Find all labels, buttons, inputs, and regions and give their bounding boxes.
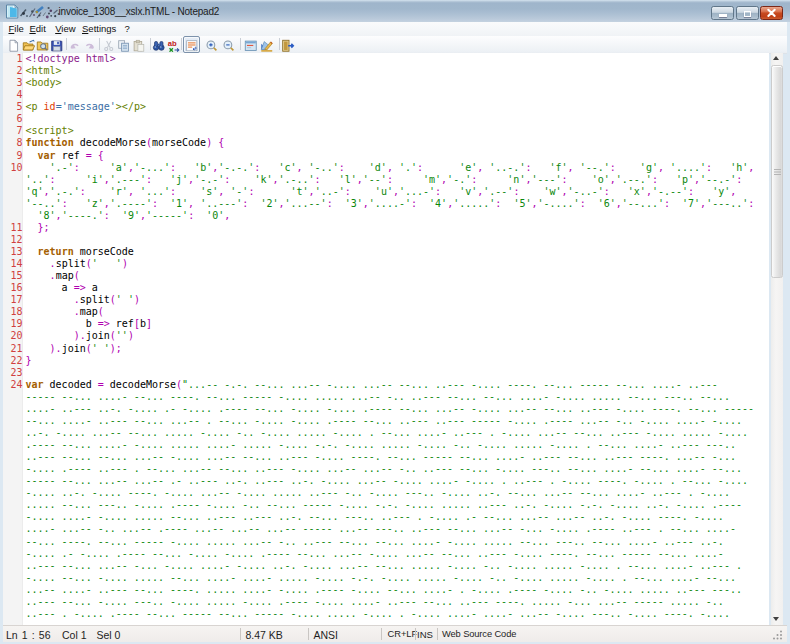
svg-text:ab: ab <box>168 39 177 48</box>
